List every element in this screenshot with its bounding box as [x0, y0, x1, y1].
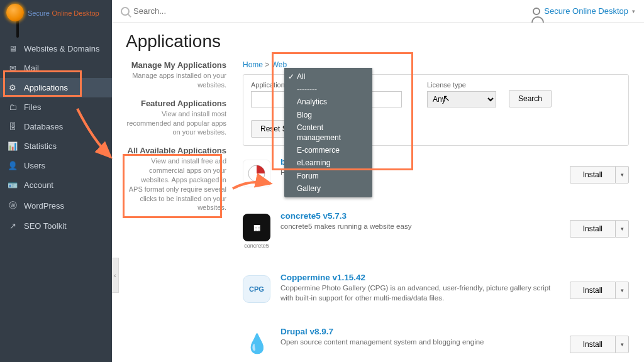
install-dropdown-toggle[interactable]: ▾: [615, 220, 629, 238]
app-icon-bbclone: [243, 160, 270, 187]
main-content: Applications Manage My Applications Mana…: [112, 23, 644, 362]
category-option-elearning[interactable]: eLearning: [284, 156, 372, 169]
nav-account[interactable]: 🪪 Account: [0, 175, 112, 195]
filter-license-label: License type: [427, 81, 496, 89]
app-icon-concrete5: ▦: [243, 214, 270, 241]
global-search-input[interactable]: [133, 6, 272, 16]
chart-icon: 📊: [8, 141, 18, 151]
app-row: 💧 Drupal v8.9.7 Open source content mana…: [243, 315, 629, 362]
app-name-link[interactable]: Drupal v8.9.7: [280, 327, 552, 336]
nav-label: SEO Toolkit: [24, 221, 67, 231]
install-button-group: Install ▾: [570, 282, 629, 299]
subnav-desc: View and install free and commercial app…: [126, 156, 226, 212]
category-option-forum[interactable]: Forum: [284, 170, 372, 182]
nav-label: Websites & Domains: [24, 44, 99, 53]
category-option-sep: --------: [284, 83, 372, 96]
category-option-analytics[interactable]: Analytics: [284, 96, 372, 108]
subnav-title: Manage My Applications: [126, 60, 226, 70]
external-link-icon: ↗: [8, 221, 18, 231]
app-icon-drupal: 💧: [243, 329, 270, 357]
app-row: CPG Coppermine v1.15.42 Coppermine Photo…: [243, 261, 629, 315]
subnav-title: Featured Applications: [126, 99, 226, 108]
nav-label: WordPress: [24, 201, 64, 211]
top-bar: Secure Online Desktop ▾: [112, 0, 644, 23]
mail-icon: ✉: [8, 63, 18, 73]
nav-label: Mail: [24, 63, 39, 73]
brand-word2: Online Desktop: [52, 9, 99, 17]
install-button-group: Install ▾: [570, 336, 629, 353]
nav-label: Files: [24, 102, 41, 112]
subnav-desc: Manage apps installed on your websites.: [126, 71, 226, 90]
nav-label: Statistics: [24, 141, 57, 151]
install-dropdown-toggle[interactable]: ▾: [615, 166, 629, 184]
brand-logo: Secure Online Desktop: [0, 0, 112, 33]
left-sidebar: Secure Online Desktop 🖥 Websites & Domai…: [0, 0, 112, 362]
id-card-icon: 🪪: [8, 180, 18, 190]
chevron-down-icon: ▾: [632, 8, 635, 14]
install-button-group: Install ▾: [570, 220, 629, 238]
category-option-cms[interactable]: Content management: [284, 121, 372, 144]
wordpress-icon: ⓦ: [8, 200, 18, 211]
apps-subnav: Manage My Applications Manage apps insta…: [126, 60, 226, 362]
gear-icon: ⚙: [8, 83, 18, 92]
category-option-ecommerce[interactable]: E-commerce: [284, 144, 372, 156]
monitor-icon: 🖥: [8, 44, 18, 53]
database-icon: 🗄: [8, 122, 18, 131]
nav-label: Users: [24, 161, 45, 170]
nav-statistics[interactable]: 📊 Statistics: [0, 136, 112, 156]
account-menu[interactable]: Secure Online Desktop ▾: [533, 6, 635, 16]
install-button-group: Install ▾: [570, 166, 629, 184]
nav-applications[interactable]: ⚙ Applications: [0, 78, 112, 97]
install-dropdown-toggle[interactable]: ▾: [615, 336, 629, 353]
category-option-blog[interactable]: Blog: [284, 109, 372, 121]
account-name: Secure Online Desktop: [544, 6, 628, 16]
app-desc: concrete5 makes running a website easy: [280, 222, 552, 232]
nav-label: Databases: [24, 122, 63, 131]
nav-databases[interactable]: 🗄 Databases: [0, 117, 112, 136]
install-button[interactable]: Install: [570, 336, 615, 353]
nav-files[interactable]: 🗀 Files: [0, 97, 112, 117]
user-icon: 👤: [8, 161, 18, 170]
install-button[interactable]: Install: [570, 220, 615, 238]
nav-label: Applications: [24, 83, 68, 92]
breadcrumb-sep: >: [265, 60, 269, 69]
person-icon: [533, 8, 540, 15]
brand-orb-icon: [6, 4, 24, 21]
install-button[interactable]: Install: [570, 166, 615, 184]
category-option-all[interactable]: All: [284, 70, 372, 83]
nav-users[interactable]: 👤 Users: [0, 156, 112, 175]
nav-wordpress[interactable]: ⓦ WordPress: [0, 195, 112, 216]
app-desc: Open source content management system an…: [280, 337, 552, 348]
nav-mail[interactable]: ✉ Mail: [0, 58, 112, 78]
subnav-all-available-apps[interactable]: All Available Applications View and inst…: [126, 146, 226, 212]
search-icon: [121, 7, 130, 16]
brand-word1: Secure: [28, 9, 50, 17]
category-option-gallery[interactable]: Gallery: [284, 182, 372, 195]
nav-label: Account: [24, 180, 53, 190]
app-desc: Coppermine Photo Gallery (CPG) is an adv…: [280, 283, 552, 303]
subnav-featured-apps[interactable]: Featured Applications View and install m…: [126, 99, 226, 138]
chevron-left-icon: ‹: [114, 272, 116, 279]
subnav-title: All Available Applications: [126, 146, 226, 155]
app-icon-caption: concrete5: [243, 243, 270, 249]
sidebar-nav: 🖥 Websites & Domains ✉ Mail ⚙ Applicatio…: [0, 39, 112, 236]
app-name-link[interactable]: concrete5 v5.7.3: [280, 211, 552, 221]
subnav-desc: View and install most recommended and po…: [126, 109, 226, 138]
page-title: Applications: [126, 31, 629, 52]
install-button[interactable]: Install: [570, 282, 615, 299]
nav-seo-toolkit[interactable]: ↗ SEO Toolkit: [0, 216, 112, 236]
app-row: ▦ concrete5 concrete5 v5.7.3 concrete5 m…: [243, 200, 629, 261]
install-dropdown-toggle[interactable]: ▾: [615, 282, 629, 299]
sidebar-collapse-handle[interactable]: ‹: [112, 258, 119, 293]
app-icon-coppermine: CPG: [243, 275, 270, 303]
breadcrumb-home[interactable]: Home: [243, 60, 263, 69]
filter-license-select[interactable]: Any: [427, 91, 496, 107]
category-dropdown-list[interactable]: All -------- Analytics Blog Content mana…: [284, 68, 372, 197]
app-name-link[interactable]: Coppermine v1.15.42: [280, 273, 552, 282]
search-button[interactable]: Search: [509, 90, 552, 107]
folder-icon: 🗀: [8, 102, 18, 112]
subnav-manage-my-apps[interactable]: Manage My Applications Manage apps insta…: [126, 60, 226, 90]
nav-websites-domains[interactable]: 🖥 Websites & Domains: [0, 39, 112, 58]
